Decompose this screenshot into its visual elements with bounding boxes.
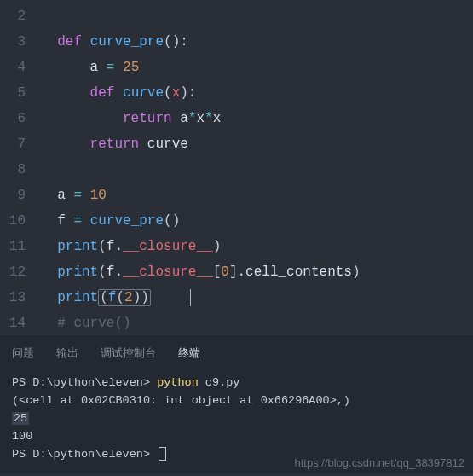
code-line: print(f.__closure__) — [41, 234, 473, 259]
code-line: return a*x*x — [41, 106, 473, 131]
code-line: a = 10 — [41, 183, 473, 208]
terminal-line: PS D:\python\eleven> python c9.py — [12, 374, 461, 392]
tab-problems[interactable]: 问题 — [12, 345, 34, 361]
terminal-line: 100 — [12, 428, 461, 446]
code-line: def curve(x): — [41, 80, 473, 106]
terminal-cursor-icon — [159, 447, 166, 461]
line-number: 13 — [0, 285, 26, 311]
line-number: 6 — [0, 106, 26, 131]
selected-text: 25 — [12, 412, 29, 425]
panel-tabbar: 问题 输出 调试控制台 终端 — [0, 336, 473, 368]
tab-terminal[interactable]: 终端 — [178, 345, 200, 361]
tab-debug-console[interactable]: 调试控制台 — [101, 345, 156, 361]
watermark: https://blog.csdn.net/qq_38397812 — [295, 456, 465, 469]
line-number: 7 — [0, 131, 26, 157]
line-number: 11 — [0, 234, 26, 259]
code-line: print(f(2)) — [41, 285, 473, 311]
terminal-line: 25 — [12, 410, 461, 428]
terminal-line: (<cell at 0x02CB0310: int object at 0x66… — [12, 392, 461, 410]
line-gutter: 2 3 4 5 6 7 8 9 10 11 12 13 14 — [0, 3, 41, 336]
line-number: 9 — [0, 183, 26, 208]
line-number: 14 — [0, 311, 26, 336]
code-line: print(f.__closure__[0].cell_contents) — [41, 259, 473, 285]
code-line: # curve() — [41, 311, 473, 336]
code-line: f = curve_pre() — [41, 208, 473, 234]
line-number: 12 — [0, 259, 26, 285]
code-line: def curve_pre(): — [41, 29, 473, 55]
text-cursor-icon — [190, 289, 191, 306]
line-number: 3 — [0, 29, 26, 55]
line-number: 5 — [0, 80, 26, 106]
line-number: 4 — [0, 55, 26, 80]
line-number: 2 — [0, 3, 26, 29]
code-line — [41, 157, 473, 183]
code-editor[interactable]: 2 3 4 5 6 7 8 9 10 11 12 13 14 def curve… — [0, 0, 473, 336]
code-line: return curve — [41, 131, 473, 157]
line-number: 10 — [0, 208, 26, 234]
code-line — [41, 3, 473, 29]
code-area[interactable]: def curve_pre(): a = 25 def curve(x): re… — [41, 3, 473, 336]
code-line: a = 25 — [41, 55, 473, 80]
line-number: 8 — [0, 157, 26, 183]
tab-output[interactable]: 输出 — [56, 345, 78, 361]
